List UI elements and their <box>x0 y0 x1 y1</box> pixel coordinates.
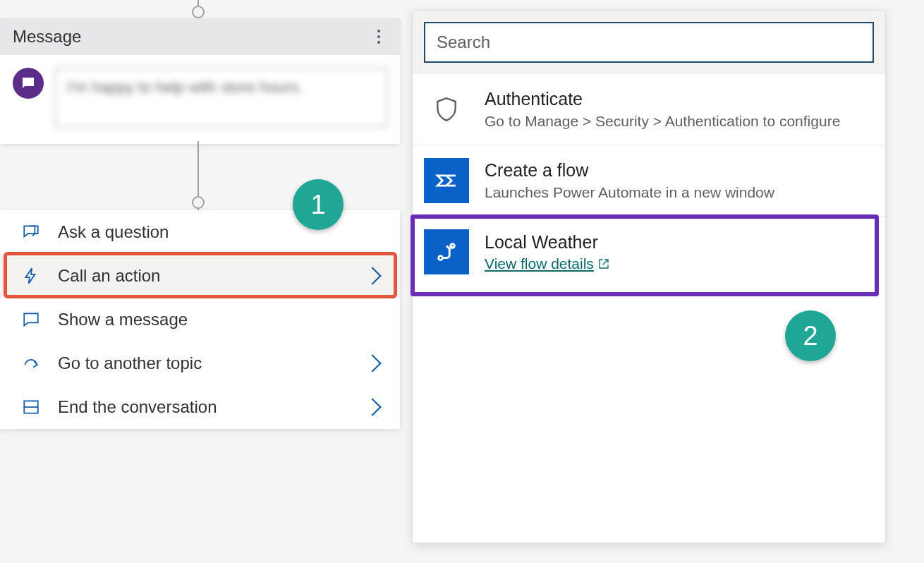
add-node-button[interactable] <box>192 196 205 209</box>
action-item-local-weather[interactable]: Local Weather View flow details <box>413 217 885 287</box>
menu-item-goto-topic[interactable]: Go to another topic <box>0 341 400 385</box>
action-item-authenticate[interactable]: Authenticate Go to Manage > Security > A… <box>413 74 885 145</box>
action-item-subtitle: Go to Manage > Security > Authentication… <box>485 111 840 131</box>
annotation-badge-1: 1 <box>293 179 344 230</box>
search-input[interactable] <box>424 22 874 63</box>
flow-run-icon <box>424 229 469 274</box>
view-flow-details-link[interactable]: View flow details <box>485 255 609 272</box>
menu-item-call-action[interactable]: Call an action <box>0 254 400 298</box>
menu-item-label: Ask a question <box>58 222 169 242</box>
annotation-badge-2: 2 <box>785 310 836 361</box>
chat-bubble-icon <box>13 68 44 99</box>
chevron-right-icon <box>363 398 381 416</box>
external-link-icon <box>598 258 609 270</box>
more-options-button[interactable] <box>370 25 387 48</box>
chat-question-icon <box>21 223 41 241</box>
action-picker-panel: Authenticate Go to Manage > Security > A… <box>412 10 886 543</box>
svg-point-2 <box>439 256 443 260</box>
menu-item-label: Call an action <box>58 266 160 286</box>
chevron-right-icon <box>363 267 381 284</box>
connector-node[interactable] <box>192 6 205 18</box>
action-item-title: Create a flow <box>485 159 774 181</box>
menu-item-show-message[interactable]: Show a message <box>0 298 400 341</box>
shield-icon <box>424 87 469 132</box>
message-node-card: Message I'm happy to help with store hou… <box>0 18 400 144</box>
menu-item-label: End the conversation <box>58 397 217 417</box>
action-item-title: Authenticate <box>485 88 840 110</box>
action-item-title: Local Weather <box>485 231 609 253</box>
menu-item-label: Show a message <box>58 310 188 329</box>
message-text-input[interactable]: I'm happy to help with store hours. <box>55 68 387 127</box>
action-item-subtitle: Launches Power Automate in a new window <box>485 183 774 202</box>
chevron-right-icon <box>363 354 381 372</box>
add-node-menu: Ask a question Call an action Show a mes… <box>0 210 400 429</box>
action-item-create-flow[interactable]: Create a flow Launches Power Automate in… <box>413 145 885 217</box>
panel-icon <box>21 398 41 416</box>
flow-icon <box>424 158 469 203</box>
link-text: View flow details <box>485 255 594 272</box>
lightning-icon <box>21 267 41 285</box>
redirect-icon <box>21 354 41 373</box>
message-node-title: Message <box>13 27 81 47</box>
menu-item-label: Go to another topic <box>58 353 202 373</box>
menu-item-end-conversation[interactable]: End the conversation <box>0 385 400 429</box>
chat-icon <box>21 310 41 329</box>
message-node-header: Message <box>0 18 400 55</box>
